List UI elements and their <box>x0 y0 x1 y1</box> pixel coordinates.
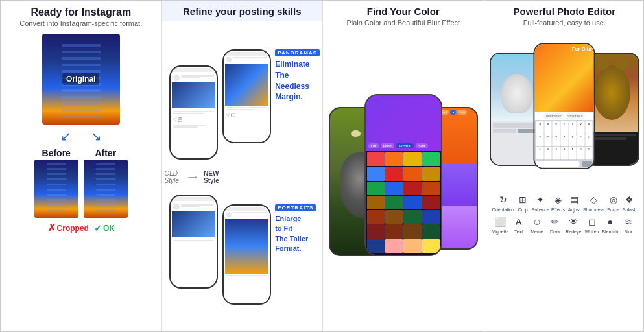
toggle-hard[interactable]: Hard <box>381 143 394 148</box>
key[interactable]: w <box>544 121 552 134</box>
color-cell-green2[interactable] <box>367 182 385 195</box>
panoramas-section: ♡💬 PANORAMAS EliminateTheNeedlessMargin. <box>222 49 320 143</box>
color-cell-green[interactable] <box>422 152 440 166</box>
old-phone-bottom-screen <box>171 196 217 287</box>
panoramas-badge: PANORAMAS <box>275 49 320 56</box>
color-cell-green3[interactable] <box>385 196 403 209</box>
color-cell-red[interactable] <box>367 152 385 166</box>
panel-2-title: Refine your posting skills <box>169 6 316 18</box>
key[interactable]: s <box>544 134 552 147</box>
color-cell-orange2[interactable] <box>403 167 421 180</box>
key[interactable]: a <box>536 134 544 147</box>
effects-icon: ◈ <box>551 193 566 207</box>
key[interactable]: u <box>585 121 593 134</box>
adjust-icon: ▤ <box>567 193 581 207</box>
redeye-icon: 👁 <box>566 215 580 229</box>
key[interactable]: z <box>536 147 544 159</box>
tool-blemish[interactable]: ● Blemish <box>602 215 619 234</box>
color-cell-blue2[interactable] <box>385 182 403 195</box>
color-cell-yellow3[interactable] <box>367 196 385 209</box>
color-cell-yellow2[interactable] <box>422 167 440 180</box>
focus-icon: ◎ <box>606 193 621 207</box>
color-cell-green5[interactable] <box>422 224 440 238</box>
panel-1-subtitle: Convert into Instagram-specific format. <box>7 19 155 27</box>
key[interactable]: m <box>585 147 593 159</box>
tool-focus[interactable]: ◎ Focus <box>606 193 621 212</box>
tool-draw[interactable]: ✏ Draw <box>547 215 564 234</box>
ok-label: OK <box>103 224 115 233</box>
tool-vignette[interactable]: ⬜ Vignette <box>492 215 509 234</box>
key-row-3: z x c v b n m <box>536 147 593 159</box>
key[interactable]: y <box>577 121 585 134</box>
color-cell-yellow4[interactable] <box>385 210 403 224</box>
color-cell-yellow5[interactable] <box>403 224 421 238</box>
vignette-icon: ⬜ <box>494 215 508 229</box>
color-cell-blue[interactable] <box>367 167 385 180</box>
toggle-off[interactable]: Off <box>368 143 379 148</box>
color-cell-red2[interactable] <box>385 167 403 180</box>
tool-crop[interactable]: ⊞ Crop <box>516 193 531 212</box>
eliminate-text: EliminateTheNeedlessMargin. <box>275 59 320 102</box>
tool-orientation[interactable]: ↻ Orientation <box>492 193 514 212</box>
color-cell-blue4[interactable] <box>422 210 440 224</box>
before-after-row: Before After <box>34 148 128 218</box>
tool-redeye[interactable]: 👁 Redeye <box>565 215 582 234</box>
phones-showcase: Fur Blur Photo Blur Smart Blur q w e r <box>490 33 640 189</box>
color-cell-red5[interactable] <box>367 224 385 238</box>
color-cell-blue5[interactable] <box>367 239 385 253</box>
key[interactable]: x <box>544 147 552 159</box>
key[interactable]: j <box>585 134 593 147</box>
color-cell-yellow[interactable] <box>403 152 421 166</box>
tool-enhance[interactable]: ✦ Enhance <box>532 193 550 212</box>
original-image: Original <box>42 34 120 124</box>
key[interactable]: v <box>560 147 568 159</box>
panel-editor: Powerful Photo Editor Full-featured, eas… <box>484 1 645 332</box>
key[interactable]: b <box>569 147 577 159</box>
panel-1-header: Ready for Instagram Convert into Instagr… <box>1 1 161 31</box>
color-cell-green4[interactable] <box>403 210 421 224</box>
color-cell-blue3[interactable] <box>403 196 421 209</box>
toggle-soft[interactable]: Soft <box>416 143 428 148</box>
key[interactable]: g <box>569 134 577 147</box>
tool-adjust[interactable]: ▤ Adjust <box>567 193 582 212</box>
tool-text[interactable]: A Text <box>510 215 527 234</box>
color-cell-peach[interactable] <box>403 239 421 253</box>
enlarge-text: Enlargeto FitThe TallerFormat. <box>275 214 316 254</box>
key[interactable]: e <box>553 121 560 134</box>
tool-sharpness[interactable]: ◇ Sharpness <box>583 193 604 212</box>
key[interactable]: t <box>569 121 577 134</box>
key[interactable]: q <box>536 121 544 134</box>
tool-meme[interactable]: ☺ Meme <box>529 215 545 234</box>
key[interactable]: d <box>553 134 560 147</box>
key[interactable]: n <box>577 147 585 159</box>
color-cell-lightyellow[interactable] <box>422 239 440 253</box>
tool-blur[interactable]: ≋ Blur <box>620 215 637 234</box>
key[interactable]: f <box>560 134 568 147</box>
color-phone-front: Off Hard Normal Soft <box>364 94 442 256</box>
toggle-normal[interactable]: Normal <box>396 143 414 148</box>
color-preview-top: Off Hard Normal Soft <box>366 95 441 151</box>
color-cell-orange3[interactable] <box>422 182 440 195</box>
color-cell-orange5[interactable] <box>385 224 403 238</box>
tool-effects[interactable]: ◈ Effects <box>551 193 566 212</box>
transition-arrow: → <box>185 169 200 185</box>
right-toggle-normal[interactable]: ● <box>450 110 456 115</box>
right-toggle-soft[interactable]: Soft <box>457 110 467 115</box>
whiten-icon: ◻ <box>585 215 599 229</box>
key[interactable]: c <box>553 147 560 159</box>
color-cell-red3[interactable] <box>403 182 421 195</box>
color-cell-red4[interactable] <box>422 196 440 209</box>
key[interactable]: r <box>560 121 568 134</box>
adjust-label: Adjust <box>568 208 580 212</box>
tool-splash[interactable]: ❖ Splash <box>622 193 637 212</box>
arrow-down-left: ↙ <box>60 128 71 144</box>
draw-label: Draw <box>550 230 560 234</box>
after-photo <box>84 160 128 218</box>
orientation-icon: ↻ <box>496 193 510 207</box>
app-container: Ready for Instagram Convert into Instagr… <box>1 1 644 332</box>
tool-whiten[interactable]: ◻ Whiten <box>583 215 600 234</box>
color-cell-pink[interactable] <box>385 239 403 253</box>
key[interactable]: h <box>577 134 585 147</box>
color-cell-orange4[interactable] <box>367 210 385 224</box>
color-cell-orange[interactable] <box>385 152 403 166</box>
